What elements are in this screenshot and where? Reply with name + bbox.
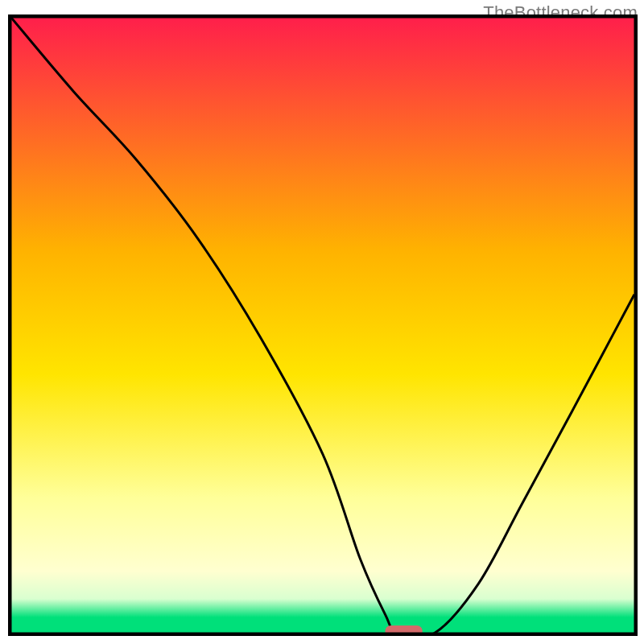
chart-stage: TheBottleneck.com (0, 0, 644, 644)
plot-area (8, 14, 638, 636)
gradient-background (11, 18, 634, 633)
plot-svg (8, 14, 638, 636)
